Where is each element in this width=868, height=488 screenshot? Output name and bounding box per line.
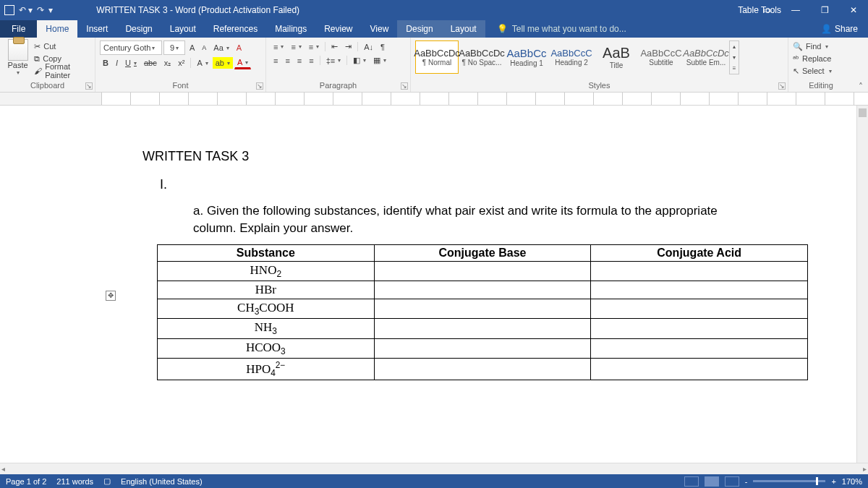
cell-sub-1[interactable]: HNO2	[158, 261, 375, 281]
dec-indent-button[interactable]: ⇤	[328, 40, 341, 53]
style-nospacing[interactable]: AaBbCcDc¶ No Spac...	[460, 40, 503, 74]
change-case-button[interactable]: Aa	[210, 42, 231, 53]
clear-format-button[interactable]: A	[234, 42, 244, 53]
font-dialog-launcher[interactable]: ↘	[256, 82, 263, 90]
horizontal-ruler[interactable]	[0, 93, 868, 106]
style-heading2[interactable]: AaBbCcCHeading 2	[550, 40, 593, 74]
cell[interactable]	[591, 338, 808, 358]
font-color-button[interactable]: A	[234, 56, 251, 69]
shading-button[interactable]: ◧	[350, 54, 369, 67]
cell[interactable]	[591, 319, 808, 338]
tab-mailings[interactable]: Mailings	[266, 20, 315, 38]
borders-button[interactable]: ▦	[370, 54, 389, 67]
print-layout-button[interactable]	[705, 476, 719, 487]
tab-design[interactable]: Design	[116, 20, 161, 38]
style-subtle-em[interactable]: AaBbCcDcSubtle Em...	[684, 40, 728, 74]
styles-dialog-launcher[interactable]: ↘	[778, 82, 786, 90]
grow-font-button[interactable]: A	[187, 42, 197, 53]
format-painter-button[interactable]: 🖌Format Painter	[34, 65, 90, 77]
select-button[interactable]: ↖Select	[793, 65, 832, 77]
cell-sub-4[interactable]: NH3	[158, 319, 375, 338]
document-canvas[interactable]: WRITTEN TASK 3 I. a. Given the following…	[0, 106, 856, 463]
style-heading1[interactable]: AaBbCcHeading 1	[505, 40, 548, 74]
find-button[interactable]: 🔍Find	[793, 40, 828, 52]
cell[interactable]	[374, 261, 591, 281]
cell[interactable]	[591, 359, 808, 380]
cell[interactable]	[591, 281, 808, 299]
bullets-button[interactable]: ≡	[271, 40, 286, 53]
cell[interactable]	[374, 319, 591, 338]
tab-review[interactable]: Review	[315, 20, 361, 38]
tab-file[interactable]: File	[0, 20, 37, 38]
cell[interactable]	[374, 299, 591, 318]
table-move-handle[interactable]: ✥	[106, 291, 116, 301]
tell-me-search[interactable]: 💡Tell me what you want to do...	[485, 20, 626, 38]
justify-button[interactable]: ≡	[306, 54, 316, 67]
minimize-icon[interactable]: —	[781, 0, 810, 20]
horizontal-scrollbar[interactable]: ◂▸	[0, 463, 868, 474]
undo-icon[interactable]: ↶ ▾	[19, 5, 33, 15]
redo-icon[interactable]: ↷	[37, 5, 44, 15]
styles-gallery[interactable]: AaBbCcDc¶ Normal AaBbCcDc¶ No Spac... Aa…	[415, 40, 739, 74]
status-language[interactable]: English (United States)	[121, 477, 203, 486]
paragraph-dialog-launcher[interactable]: ↘	[401, 82, 408, 90]
numbering-button[interactable]: ≡	[288, 40, 304, 53]
align-left-button[interactable]: ≡	[271, 54, 281, 67]
spellcheck-icon[interactable]: ▢	[103, 476, 111, 486]
tab-references[interactable]: References	[205, 20, 266, 38]
substance-table[interactable]: Substance Conjugate Base Conjugate Acid …	[157, 244, 808, 381]
cell[interactable]	[591, 299, 808, 318]
cut-button[interactable]: ✂Cut	[34, 40, 90, 52]
shrink-font-button[interactable]: A	[199, 43, 209, 53]
cell-sub-3[interactable]: CH3COOH	[158, 299, 375, 318]
styles-scroll[interactable]: ▴▾≡	[729, 40, 739, 74]
cell[interactable]	[591, 261, 808, 281]
align-center-button[interactable]: ≡	[282, 54, 292, 67]
read-mode-button[interactable]	[684, 476, 699, 487]
cell[interactable]	[374, 338, 591, 358]
zoom-out-button[interactable]: -	[745, 477, 748, 486]
strike-button[interactable]: abc	[141, 57, 160, 69]
tab-table-layout[interactable]: Layout	[442, 20, 485, 38]
collapse-ribbon-button[interactable]: ˄	[854, 38, 868, 92]
cell-sub-6[interactable]: HPO42−	[158, 359, 375, 380]
line-spacing-button[interactable]: ‡≡	[323, 54, 344, 67]
status-words[interactable]: 211 words	[56, 477, 93, 486]
highlight-button[interactable]: ab	[213, 57, 233, 69]
multilevel-button[interactable]: ≡	[306, 40, 322, 53]
inc-indent-button[interactable]: ⇥	[342, 40, 354, 53]
tab-table-design[interactable]: Design	[397, 20, 441, 38]
text-effects-button[interactable]: A	[194, 57, 210, 69]
align-right-button[interactable]: ≡	[294, 54, 305, 67]
tab-view[interactable]: View	[362, 20, 398, 38]
clipboard-dialog-launcher[interactable]: ↘	[85, 82, 93, 90]
italic-button[interactable]: I	[113, 57, 121, 69]
zoom-in-button[interactable]: +	[831, 477, 835, 486]
bold-button[interactable]: B	[100, 57, 111, 69]
ribbon-opts-icon[interactable]: ▭	[752, 0, 781, 20]
superscript-button[interactable]: x²	[175, 57, 187, 69]
cell[interactable]	[374, 281, 591, 299]
qat-more-icon[interactable]: ▾	[48, 5, 53, 15]
web-layout-button[interactable]	[725, 476, 739, 487]
style-subtitle[interactable]: AaBbCcCSubtitle	[639, 40, 683, 74]
zoom-slider[interactable]	[753, 480, 825, 482]
cell-sub-2[interactable]: HBr	[158, 281, 375, 299]
cell-sub-5[interactable]: HCOO3	[158, 338, 375, 358]
style-title[interactable]: AaBTitle	[595, 40, 638, 74]
cell[interactable]	[374, 359, 591, 380]
tab-layout[interactable]: Layout	[161, 20, 205, 38]
close-icon[interactable]: ✕	[839, 0, 868, 20]
status-page[interactable]: Page 1 of 2	[6, 477, 46, 486]
show-marks-button[interactable]: ¶	[378, 40, 388, 53]
font-family-combo[interactable]: Century Goth	[100, 40, 162, 55]
sort-button[interactable]: A↓	[361, 40, 376, 53]
underline-button[interactable]: U	[122, 57, 140, 69]
restore-icon[interactable]: ❐	[810, 0, 839, 20]
zoom-level[interactable]: 170%	[842, 477, 862, 486]
vertical-scrollbar[interactable]	[856, 106, 868, 474]
style-normal[interactable]: AaBbCcDc¶ Normal	[415, 40, 459, 74]
paste-button[interactable]: Paste ▾	[4, 39, 31, 76]
tab-insert[interactable]: Insert	[77, 20, 116, 38]
tab-home[interactable]: Home	[37, 20, 77, 38]
